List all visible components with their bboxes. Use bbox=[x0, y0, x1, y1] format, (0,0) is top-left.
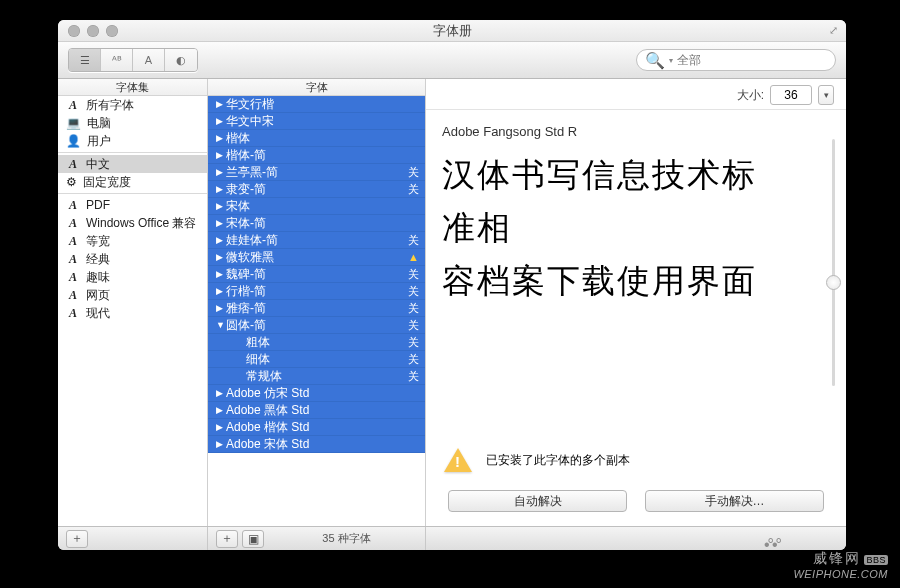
font-item[interactable]: ▶华文行楷 bbox=[208, 96, 425, 113]
disclosure-triangle-icon[interactable]: ▶ bbox=[216, 303, 226, 313]
size-input[interactable] bbox=[770, 85, 812, 105]
font-count: 35 种字体 bbox=[268, 531, 425, 546]
collection-item[interactable]: 💻电脑 bbox=[58, 114, 207, 132]
fonts-header: 字体 bbox=[208, 79, 425, 96]
collection-item[interactable]: A中文 bbox=[58, 155, 207, 173]
status-tag: 关 bbox=[408, 182, 419, 197]
font-item[interactable]: ▶隶变-简关 bbox=[208, 181, 425, 198]
size-slider[interactable] bbox=[826, 139, 840, 386]
font-name-label: 粗体 bbox=[246, 334, 408, 351]
fullscreen-icon[interactable]: ⤢ bbox=[829, 24, 838, 37]
watermark: 威锋网BBS WEIPHONE.COM bbox=[793, 550, 888, 580]
disclosure-triangle-icon[interactable]: ▶ bbox=[216, 99, 226, 109]
collection-label: 现代 bbox=[86, 305, 110, 322]
auto-resolve-button[interactable]: 自动解决 bbox=[448, 490, 627, 512]
fonts-column: 字体 ▶华文行楷▶华文中宋▶楷体▶楷体-简▶兰亭黑-简关▶隶变-简关▶宋体▶宋体… bbox=[208, 79, 426, 526]
collection-label: PDF bbox=[86, 198, 110, 212]
disclosure-triangle-icon[interactable]: ▶ bbox=[216, 150, 226, 160]
size-controls: 大小: ▾ bbox=[426, 79, 846, 110]
collection-item[interactable]: AWindows Office 兼容 bbox=[58, 214, 207, 232]
collection-item[interactable]: A所有字体 bbox=[58, 96, 207, 114]
font-name-label: 娃娃体-简 bbox=[226, 232, 408, 249]
sample-text: 汉体书写信息技术标 准相 容档案下载使用界面 bbox=[442, 149, 830, 307]
font-name-label: 雅痞-简 bbox=[226, 300, 408, 317]
main-area: 字体集 A所有字体💻电脑👤用户A中文⚙固定宽度APDFAWindows Offi… bbox=[58, 79, 846, 526]
add-collection-button[interactable]: ＋ bbox=[66, 530, 88, 548]
search-input[interactable] bbox=[677, 53, 827, 67]
search-icon: 🔍 bbox=[645, 51, 665, 70]
warning-message: 已安装了此字体的多个副本 bbox=[486, 452, 630, 469]
collection-item[interactable]: A等宽 bbox=[58, 232, 207, 250]
font-item[interactable]: ▶魏碑-简关 bbox=[208, 266, 425, 283]
warning-icon: ▲ bbox=[408, 251, 419, 263]
duplicate-warning: 已安装了此字体的多个副本 bbox=[436, 438, 836, 482]
add-font-button[interactable]: ＋ bbox=[216, 530, 238, 548]
font-item[interactable]: ▶娃娃体-简关 bbox=[208, 232, 425, 249]
disclosure-triangle-icon[interactable]: ▶ bbox=[216, 286, 226, 296]
view-sample-button[interactable]: A bbox=[133, 49, 165, 71]
font-collection-icon: A bbox=[66, 252, 80, 267]
disclosure-triangle-icon[interactable]: ▶ bbox=[216, 133, 226, 143]
collection-item[interactable]: APDF bbox=[58, 196, 207, 214]
collection-item[interactable]: A经典 bbox=[58, 250, 207, 268]
collection-item[interactable]: ⚙固定宽度 bbox=[58, 173, 207, 191]
font-item[interactable]: ▶Adobe 楷体 Std bbox=[208, 419, 425, 436]
fonts-list: ▶华文行楷▶华文中宋▶楷体▶楷体-简▶兰亭黑-简关▶隶变-简关▶宋体▶宋体-简▶… bbox=[208, 96, 425, 526]
font-item[interactable]: ▶楷体-简 bbox=[208, 147, 425, 164]
collection-label: 所有字体 bbox=[86, 97, 134, 114]
disclosure-triangle-icon[interactable]: ▶ bbox=[216, 388, 226, 398]
font-name-label: 行楷-简 bbox=[226, 283, 408, 300]
collection-item[interactable]: A现代 bbox=[58, 304, 207, 322]
font-collection-icon: A bbox=[66, 198, 80, 213]
view-grid-button[interactable]: ᴬᴮ bbox=[101, 49, 133, 71]
disclosure-triangle-icon[interactable]: ▶ bbox=[216, 116, 226, 126]
disclosure-triangle-icon[interactable]: ▶ bbox=[216, 422, 226, 432]
font-collection-icon: A bbox=[66, 306, 80, 321]
font-name-label: 兰亭黑-简 bbox=[226, 164, 408, 181]
font-item[interactable]: ▶宋体-简 bbox=[208, 215, 425, 232]
disclosure-triangle-icon[interactable]: ▶ bbox=[216, 439, 226, 449]
font-item[interactable]: ▶华文中宋 bbox=[208, 113, 425, 130]
disclosure-triangle-icon[interactable]: ▶ bbox=[216, 167, 226, 177]
collection-item[interactable]: A网页 bbox=[58, 286, 207, 304]
font-item[interactable]: ▶楷体 bbox=[208, 130, 425, 147]
font-item[interactable]: ▶宋体 bbox=[208, 198, 425, 215]
font-item[interactable]: ▶Adobe 黑体 Std bbox=[208, 402, 425, 419]
manual-resolve-button[interactable]: 手动解决… bbox=[645, 490, 824, 512]
disclosure-triangle-icon[interactable]: ▼ bbox=[216, 320, 226, 330]
font-item[interactable]: 常规体关 bbox=[208, 368, 425, 385]
font-item[interactable]: 粗体关 bbox=[208, 334, 425, 351]
font-name-label: 微软雅黑 bbox=[226, 249, 408, 266]
font-item[interactable]: 细体关 bbox=[208, 351, 425, 368]
collection-label: 等宽 bbox=[86, 233, 110, 250]
font-item[interactable]: ▶行楷-简关 bbox=[208, 283, 425, 300]
disclosure-triangle-icon[interactable]: ▶ bbox=[216, 269, 226, 279]
disclosure-triangle-icon[interactable]: ▶ bbox=[216, 405, 226, 415]
disclosure-triangle-icon[interactable]: ▶ bbox=[216, 218, 226, 228]
font-item[interactable]: ▶Adobe 宋体 Std bbox=[208, 436, 425, 453]
size-dropdown[interactable]: ▾ bbox=[818, 85, 834, 105]
disclosure-triangle-icon[interactable]: ▶ bbox=[216, 184, 226, 194]
disclosure-triangle-icon[interactable]: ▶ bbox=[216, 235, 226, 245]
search-field[interactable]: 🔍 ▾ bbox=[636, 49, 836, 71]
slider-knob[interactable] bbox=[826, 275, 841, 290]
dropdown-icon[interactable]: ▾ bbox=[669, 56, 673, 65]
view-list-button[interactable]: ☰ bbox=[69, 49, 101, 71]
disclosure-triangle-icon[interactable]: ▶ bbox=[216, 252, 226, 262]
font-item[interactable]: ▶Adobe 仿宋 Std bbox=[208, 385, 425, 402]
disclosure-triangle-icon[interactable]: ▶ bbox=[216, 201, 226, 211]
font-name-label: 宋体 bbox=[226, 198, 419, 215]
view-info-button[interactable]: ◐ bbox=[165, 49, 197, 71]
collections-header: 字体集 bbox=[58, 79, 207, 96]
font-collection-icon: A bbox=[66, 216, 80, 231]
font-item[interactable]: ▶雅痞-简关 bbox=[208, 300, 425, 317]
font-name-label: Adobe 宋体 Std bbox=[226, 436, 419, 453]
status-tag: 关 bbox=[408, 301, 419, 316]
font-item[interactable]: ▶兰亭黑-简关 bbox=[208, 164, 425, 181]
collection-label: 趣味 bbox=[86, 269, 110, 286]
font-item[interactable]: ▼圆体-简关 bbox=[208, 317, 425, 334]
collection-item[interactable]: 👤用户 bbox=[58, 132, 207, 150]
font-item[interactable]: ▶微软雅黑▲ bbox=[208, 249, 425, 266]
toggle-preview-button[interactable]: ▣ bbox=[242, 530, 264, 548]
collection-item[interactable]: A趣味 bbox=[58, 268, 207, 286]
